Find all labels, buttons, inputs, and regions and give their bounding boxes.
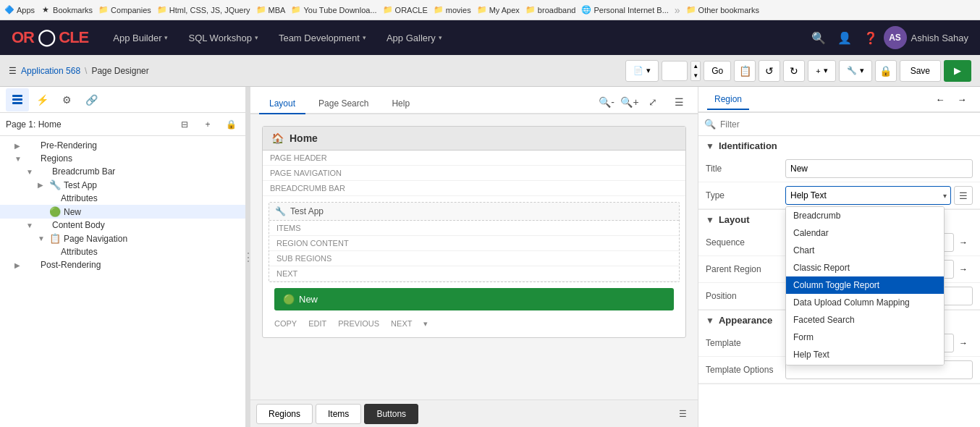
title-input[interactable] xyxy=(785,159,973,178)
lock-button[interactable]: 🔒 xyxy=(875,60,897,82)
tab-shared-components[interactable]: 🔗 xyxy=(80,88,103,111)
tree-item-breadcrumb-bar[interactable]: ▼ Breadcrumb Bar xyxy=(0,165,245,178)
dd-calendar[interactable]: Calendar xyxy=(786,224,944,242)
bookmarks-other[interactable]: 📁 Other bookmarks xyxy=(686,5,759,15)
user-name[interactable]: Ashish Sahay xyxy=(911,33,969,43)
filter-input[interactable] xyxy=(720,119,974,130)
next-action[interactable]: NEXT xyxy=(391,319,412,329)
top-nav: OR ◯ CLE App Builder ▾ SQL Workshop ▾ Te… xyxy=(0,20,980,55)
oracle-logo[interactable]: OR ◯ CLE xyxy=(12,28,88,47)
new-label: New xyxy=(299,294,318,305)
dd-chart[interactable]: Chart xyxy=(786,242,944,259)
undo-button[interactable]: ↺ xyxy=(759,60,780,82)
breadcrumb: ☰ Application 568 \ Page Designer xyxy=(9,66,149,76)
add-item-button[interactable]: + xyxy=(199,116,216,133)
tab-page-search[interactable]: Page Search xyxy=(308,94,379,114)
nav-sql-workshop[interactable]: SQL Workshop ▾ xyxy=(178,20,268,55)
tree-item-post-rendering[interactable]: ▶ Post-Rendering xyxy=(0,258,245,271)
new-page-button[interactable]: 📄 ▾ xyxy=(625,60,659,82)
help-button[interactable]: ❓ xyxy=(858,25,884,51)
zoom-out-button[interactable]: 🔍- xyxy=(596,93,617,111)
type-value: ▾ Breadcrumb Calendar Chart Classic Repo… xyxy=(785,186,973,205)
tree-item-attributes-2[interactable]: Attributes xyxy=(0,245,245,258)
bookmarks-companies[interactable]: 📁 Companies xyxy=(98,5,151,15)
go-button[interactable]: Go xyxy=(704,61,731,81)
position-label: Position xyxy=(706,291,785,301)
bookmarks-myapex[interactable]: 📁 My Apex xyxy=(477,5,520,15)
tab-layout[interactable]: Layout xyxy=(259,94,305,114)
tab-regions[interactable]: Regions xyxy=(256,404,313,424)
tree-item-attributes-1[interactable]: Attributes xyxy=(0,192,245,205)
dd-interactive-grid[interactable]: Interactive Grid xyxy=(786,363,944,365)
page-number-down[interactable]: ▼ xyxy=(691,71,700,80)
tab-help[interactable]: Help xyxy=(381,94,420,114)
dd-data-upload[interactable]: Data Upload Column Mapping xyxy=(786,294,944,311)
tab-items[interactable]: Items xyxy=(316,404,361,424)
chevron-down-icon: ▼ xyxy=(14,155,23,163)
forward-button[interactable]: → xyxy=(952,90,971,109)
nav-app-gallery[interactable]: App Gallery ▾ xyxy=(376,20,452,55)
bookmarks-broadband[interactable]: 📁 broadband xyxy=(525,5,576,15)
nav-app-builder[interactable]: App Builder ▾ xyxy=(103,20,178,55)
tree-item-content-body[interactable]: ▼ Content Body xyxy=(0,219,245,232)
bookmarks-youtube[interactable]: 📁 You Tube Downloa... xyxy=(291,5,376,15)
dd-column-toggle[interactable]: Column Toggle Report xyxy=(786,276,944,294)
copy-action[interactable]: COPY xyxy=(274,319,297,329)
center-panel: Layout Page Search Help 🔍- 🔍+ ⤢ ☰ 🏠 Home… xyxy=(250,87,698,427)
back-button[interactable]: ← xyxy=(931,90,950,109)
dd-faceted-search[interactable]: Faceted Search xyxy=(786,311,944,329)
run-button[interactable]: ▶ xyxy=(944,60,971,82)
more-actions[interactable]: ▾ xyxy=(423,319,428,329)
tree-item-regions[interactable]: ▼ Regions xyxy=(0,152,245,165)
view-menu-button[interactable]: ☰ xyxy=(669,93,689,111)
search-button[interactable]: 🔍 xyxy=(806,25,832,51)
bookmarks-html[interactable]: 📁 Html, CSS, JS, JQuery xyxy=(157,5,250,15)
zoom-in-button[interactable]: 🔍+ xyxy=(620,93,640,111)
left-panel-tabs: ⚡ ⚙ 🔗 xyxy=(0,87,245,113)
dd-help-text[interactable]: Help Text xyxy=(786,346,944,363)
copy-page-button[interactable]: 📋 xyxy=(734,60,756,82)
nav-team-dev[interactable]: Team Development ▾ xyxy=(269,20,376,55)
bookmarks-personal[interactable]: 🌐 Personal Internet B... xyxy=(581,5,668,15)
tree-item-test-app[interactable]: ▶ 🔧 Test App xyxy=(0,178,245,192)
tree-item-page-navigation[interactable]: ▼ 📋 Page Navigation xyxy=(0,232,245,245)
web-icon: 🌐 xyxy=(581,5,591,15)
tab-processing[interactable]: ⚙ xyxy=(55,88,78,111)
tree-item-pre-rendering[interactable]: ▶ Pre-Rendering xyxy=(0,139,245,152)
dd-breadcrumb[interactable]: Breadcrumb xyxy=(786,207,944,224)
toolbar-controls: 📄 ▾ 1 ▲ ▼ Go 📋 ↺ ↻ + ▾ 🔧 ▾ 🔒 Save ▶ xyxy=(625,60,971,82)
save-button[interactable]: Save xyxy=(900,60,941,82)
type-list-button[interactable]: ☰ xyxy=(954,186,973,205)
bookmarks-bookmarks[interactable]: ★ Bookmarks xyxy=(41,5,93,15)
tab-dynamic-actions[interactable]: ⚡ xyxy=(30,88,54,111)
bookmarks-oracle[interactable]: 📁 ORACLE xyxy=(383,5,428,15)
canvas-home-section: 🏠 Home PAGE HEADER PAGE NAVIGATION BREAD… xyxy=(262,126,686,338)
home-title: Home xyxy=(290,132,318,144)
identification-header[interactable]: ▼ Identification xyxy=(698,136,980,156)
right-content: ▼ Identification Title Type xyxy=(698,136,980,427)
type-input[interactable] xyxy=(785,186,951,205)
user-settings-button[interactable]: 👤 xyxy=(832,25,858,51)
dd-classic-report[interactable]: Classic Report xyxy=(786,259,944,276)
bookmarks-movies[interactable]: 📁 movies xyxy=(434,5,471,15)
dd-form[interactable]: Form xyxy=(786,329,944,346)
page-number-up[interactable]: ▲ xyxy=(691,62,700,71)
add-button[interactable]: + ▾ xyxy=(808,60,835,82)
tree-item-new[interactable]: 🟢 New xyxy=(0,205,245,219)
tab-buttons[interactable]: Buttons xyxy=(364,404,418,424)
collapse-all-button[interactable]: ⊟ xyxy=(176,116,193,133)
utilities-button[interactable]: 🔧 ▾ xyxy=(839,60,872,82)
edit-action[interactable]: EDIT xyxy=(308,319,326,329)
page-number-input[interactable]: 1 xyxy=(662,61,688,81)
expand-button[interactable]: ⤢ xyxy=(643,93,663,111)
bottom-menu-button[interactable]: ☰ xyxy=(673,405,692,423)
tab-rendering[interactable] xyxy=(6,88,29,111)
component-settings-button[interactable]: 🔒 xyxy=(222,116,240,133)
bookmarks-apps[interactable]: 🔷 Apps xyxy=(4,5,35,15)
bookmarks-mba[interactable]: 📁 MBA xyxy=(256,5,286,15)
previous-action[interactable]: PREVIOUS xyxy=(338,319,379,329)
app-link[interactable]: Application 568 xyxy=(21,66,80,76)
redo-button[interactable]: ↻ xyxy=(783,60,805,82)
drag-handle[interactable] xyxy=(246,87,250,427)
tab-region[interactable]: Region xyxy=(707,90,749,110)
